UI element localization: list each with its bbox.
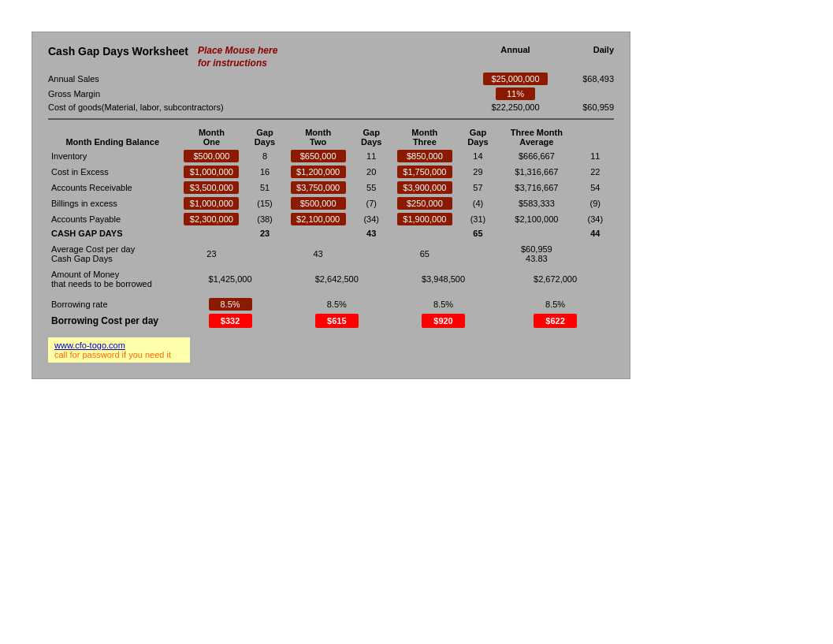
row-label-4: Accounts Payable xyxy=(48,211,177,227)
borrow-rate-row: Borrowing rate 8.5% 8.5% 8.5% 8.5% xyxy=(48,296,614,312)
avg-g-val-0: 11 xyxy=(577,148,614,164)
col-header-gap-two: GapDays xyxy=(353,126,390,148)
bc-c2: $615 xyxy=(284,312,390,329)
avg-g-val-4: (34) xyxy=(577,211,614,227)
cg-m3 xyxy=(390,227,459,240)
m1-val-2: $3,500,000 xyxy=(177,180,246,195)
table-row: Inventory $500,000 8 $650,000 11 $850,00… xyxy=(48,148,614,164)
m3-val-4: $1,900,000 xyxy=(390,211,459,227)
footer-link[interactable]: www.cfo-togo.com xyxy=(54,341,184,350)
cash-gap-days-row: CASH GAP DAYS 23 43 65 44 xyxy=(48,227,614,240)
avg-val-4: $2,100,000 xyxy=(496,211,576,227)
g1-val-4: (38) xyxy=(246,211,283,227)
m1-val-1: $1,000,000 xyxy=(177,164,246,180)
row-label-2: Accounts Receivable xyxy=(48,180,177,195)
g3-val-4: (31) xyxy=(459,211,496,227)
cg-g3: 65 xyxy=(459,227,496,240)
col-header-month-two: MonthTwo xyxy=(284,126,353,148)
m3-val-3: $250,000 xyxy=(390,195,459,211)
footer-note: call for password if you need it xyxy=(54,350,184,359)
ac-m2: 43 xyxy=(284,243,353,265)
main-table: Month Ending Balance MonthOne GapDays Mo… xyxy=(48,126,614,329)
br-ravg: 8.5% xyxy=(496,296,614,312)
cash-gap-label: CASH GAP DAYS xyxy=(48,227,177,240)
col-header-month-three: MonthThree xyxy=(390,126,459,148)
avg-val-2: $3,716,667 xyxy=(496,180,576,195)
cost-of-goods-daily: $60,959 xyxy=(559,102,614,112)
ac-g3 xyxy=(459,243,496,265)
table-row: Accounts Receivable $3,500,000 51 $3,750… xyxy=(48,180,614,195)
borrow-amount-label: Amount of Moneythat needs to be borrowed xyxy=(48,268,177,290)
annual-sales-value: $25,000,000 xyxy=(472,73,559,85)
avg-cost-row: Average Cost per dayCash Gap Days 23 43 … xyxy=(48,243,614,265)
table-row: Cost in Excess $1,000,000 16 $1,200,000 … xyxy=(48,164,614,180)
gross-margin-value: 11% xyxy=(472,87,559,100)
worksheet: Cash Gap Days Worksheet Place Mouse here… xyxy=(32,32,630,379)
table-row: Accounts Payable $2,300,000 (38) $2,100,… xyxy=(48,211,614,227)
col-header-avg-gap xyxy=(577,126,614,148)
g2-val-4: (34) xyxy=(353,211,390,227)
bc-c3: $920 xyxy=(390,312,496,329)
m1-val-0: $500,000 xyxy=(177,148,246,164)
col-header-gap-one: GapDays xyxy=(246,126,283,148)
avg-g-val-1: 22 xyxy=(577,164,614,180)
table-row: Billings in excess $1,000,000 (15) $500,… xyxy=(48,195,614,211)
cg-g2: 43 xyxy=(353,227,390,240)
cg-m1 xyxy=(177,227,246,240)
bc-c1: $332 xyxy=(177,312,283,329)
br-r3: 8.5% xyxy=(390,296,496,312)
g3-val-0: 14 xyxy=(459,148,496,164)
ac-avg: $60,95943.83 xyxy=(496,243,576,265)
annual-sales-badge: $25,000,000 xyxy=(483,73,547,85)
avg-val-1: $1,316,667 xyxy=(496,164,576,180)
cg-m2 xyxy=(284,227,353,240)
row-label-0: Inventory xyxy=(48,148,177,164)
ac-m3: 65 xyxy=(390,243,459,265)
m2-val-3: $500,000 xyxy=(284,195,353,211)
g1-val-2: 51 xyxy=(246,180,283,195)
bc-cavg: $622 xyxy=(496,312,614,329)
m2-val-2: $3,750,000 xyxy=(284,180,353,195)
m3-val-1: $1,750,000 xyxy=(390,164,459,180)
avg-g-val-2: 54 xyxy=(577,180,614,195)
ba-m3: $3,948,500 xyxy=(390,268,496,290)
g2-val-3: (7) xyxy=(353,195,390,211)
m2-val-0: $650,000 xyxy=(284,148,353,164)
avg-val-0: $666,667 xyxy=(496,148,576,164)
m1-val-3: $1,000,000 xyxy=(177,195,246,211)
ac-m1: 23 xyxy=(177,243,246,265)
borrow-rate-label: Borrowing rate xyxy=(48,296,177,312)
g1-val-1: 16 xyxy=(246,164,283,180)
col-header-label: Month Ending Balance xyxy=(48,126,177,148)
cg-avg xyxy=(496,227,576,240)
worksheet-title: Cash Gap Days Worksheet xyxy=(48,45,188,58)
m2-val-4: $2,100,000 xyxy=(284,211,353,227)
avg-g-val-3: (9) xyxy=(577,195,614,211)
daily-header: Daily xyxy=(559,45,614,54)
g3-val-2: 57 xyxy=(459,180,496,195)
ac-g2 xyxy=(353,243,390,265)
annual-sales-daily: $68,493 xyxy=(559,74,614,84)
g1-val-3: (15) xyxy=(246,195,283,211)
br-r1: 8.5% xyxy=(177,296,283,312)
annual-header: Annual xyxy=(472,45,559,54)
annual-sales-label: Annual Sales xyxy=(48,74,472,84)
m2-val-1: $1,200,000 xyxy=(284,164,353,180)
footer-box: www.cfo-togo.com call for password if yo… xyxy=(48,337,190,363)
m3-val-0: $850,000 xyxy=(390,148,459,164)
m1-val-4: $2,300,000 xyxy=(177,211,246,227)
br-r2: 8.5% xyxy=(284,296,390,312)
col-header-three-avg: Three MonthAverage xyxy=(496,126,576,148)
place-mouse-instructions[interactable]: Place Mouse herefor instructions xyxy=(198,45,277,69)
avg-val-3: $583,333 xyxy=(496,195,576,211)
col-header-gap-three: GapDays xyxy=(459,126,496,148)
g2-val-0: 11 xyxy=(353,148,390,164)
g3-val-3: (4) xyxy=(459,195,496,211)
avg-cost-label: Average Cost per dayCash Gap Days xyxy=(48,243,177,265)
g2-val-1: 20 xyxy=(353,164,390,180)
m3-val-2: $3,900,000 xyxy=(390,180,459,195)
borrow-amount-row: Amount of Moneythat needs to be borrowed… xyxy=(48,268,614,290)
ba-avg: $2,672,000 xyxy=(496,268,614,290)
ba-m2: $2,642,500 xyxy=(284,268,390,290)
gross-margin-label: Gross Margin xyxy=(48,89,472,99)
